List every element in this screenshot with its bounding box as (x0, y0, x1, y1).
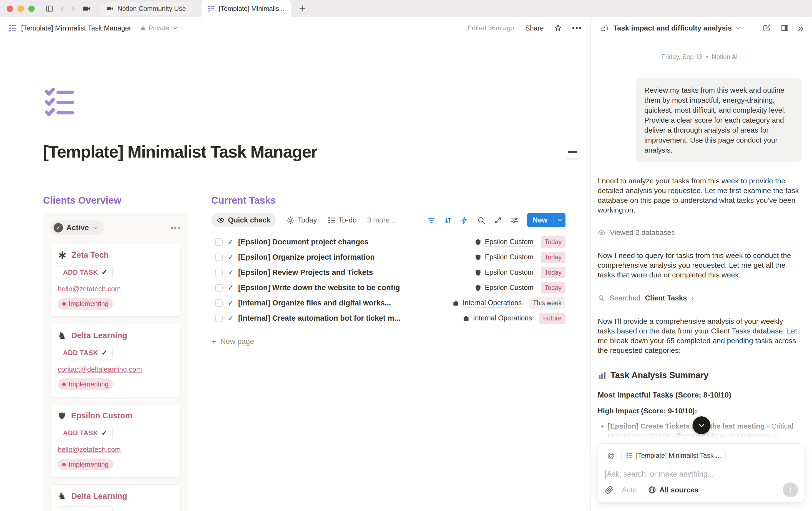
filter-icon[interactable] (427, 216, 436, 224)
close-window-button[interactable] (7, 5, 13, 12)
breadcrumb[interactable]: [Template] Minimalist Task Manager (21, 24, 131, 32)
task-title[interactable]: [Internal] Create automation bot for tic… (238, 314, 457, 323)
automation-bolt-icon[interactable] (461, 216, 469, 224)
client-name[interactable]: Delta Learning (71, 331, 127, 340)
client-card[interactable]: ♞ Delta Learning ADD TASK✓ contact@delta… (50, 324, 181, 397)
client-card[interactable]: ♞ Delta Learning ADD TASK✓ contact@delta… (50, 484, 181, 511)
task-client-link[interactable]: Internal Operations (463, 314, 532, 323)
check-icon: ✓ (228, 283, 234, 292)
view-settings-icon[interactable] (511, 216, 519, 224)
ai-chat-scroll[interactable]: Friday, Sep 12 • Notion AI Review my tas… (598, 39, 802, 442)
task-checkbox[interactable] (215, 299, 223, 307)
add-task-button[interactable]: ADD TASK✓ (58, 426, 113, 440)
toggle-panel-icon[interactable] (780, 24, 789, 32)
add-task-button[interactable]: ADD TASK✓ (58, 345, 113, 360)
tab-template-minimalist[interactable]: [Template] Minimalis... (202, 0, 291, 17)
due-tag[interactable]: Today (541, 236, 566, 248)
context-page-chip[interactable]: [Template] Minimalist Task ... (621, 449, 726, 462)
client-email-link[interactable]: hello@zetatech.com (58, 285, 173, 293)
expand-icon[interactable] (494, 216, 502, 224)
favorite-star-icon[interactable] (554, 24, 562, 32)
add-task-button[interactable]: ADD TASK✓ (58, 506, 113, 511)
client-name[interactable]: Epsilon Custom (71, 411, 133, 420)
divider-dash-faint (566, 158, 579, 159)
sort-icon[interactable] (444, 216, 452, 224)
task-title[interactable]: [Epsilon] Organize project information (238, 253, 469, 262)
ai-prompt-input[interactable]: Ask, search, or make anything... (605, 470, 797, 479)
status-badge[interactable]: Implementing (58, 298, 113, 309)
page-title[interactable]: [Template] Minimalist Task Manager (43, 142, 566, 161)
minimize-window-button[interactable] (18, 5, 24, 12)
searched-database-row[interactable]: Searched Client Tasks › (598, 293, 802, 303)
collapse-sidebar-icon[interactable]: » (798, 23, 804, 33)
view-tab-quick-check[interactable]: Quick check (211, 213, 276, 227)
ai-input-card[interactable]: @ [Template] Minimalist Task ... Ask, se… (598, 443, 804, 503)
task-checkbox[interactable] (215, 314, 223, 322)
client-card[interactable]: Epsilon Custom ADD TASK✓ hello@zetatech.… (50, 404, 181, 477)
toggle-sidebar-icon[interactable] (45, 4, 54, 13)
more-views-button[interactable]: 3 more... (367, 216, 396, 224)
add-task-button[interactable]: ADD TASK✓ (58, 265, 113, 279)
task-client-link[interactable]: Epsilon Custom (474, 283, 533, 292)
status-badge[interactable]: Implementing (58, 458, 113, 470)
attach-file-icon[interactable] (605, 485, 613, 494)
model-auto-selector[interactable]: Auto (622, 486, 637, 494)
client-card[interactable]: Zeta Tech ADD TASK✓ hello@zetatech.com I… (50, 244, 181, 317)
task-checkbox[interactable] (215, 238, 223, 246)
page-checklist-icon[interactable] (43, 85, 76, 118)
client-name[interactable]: Zeta Tech (71, 250, 109, 260)
new-chat-icon[interactable] (762, 24, 771, 32)
due-tag[interactable]: Today (541, 282, 566, 294)
due-tag[interactable]: Today (541, 267, 566, 278)
ai-thread-title[interactable]: Task impact and difficulty analysis (613, 24, 732, 32)
task-checkbox[interactable] (215, 253, 223, 261)
search-icon[interactable] (477, 216, 486, 224)
client-email-link[interactable]: contact@deltalearning.com (58, 365, 173, 373)
viewed-databases-row[interactable]: Viewed 2 databases (598, 228, 802, 237)
task-client-link[interactable]: Internal Operations (452, 299, 522, 308)
view-tab-today[interactable]: Today (287, 216, 317, 224)
new-task-button[interactable]: New (527, 213, 566, 227)
task-title[interactable]: [Epsilon] Write down the website to be c… (238, 283, 469, 292)
task-client-link[interactable]: Epsilon Custom (474, 253, 533, 262)
chat-date-line: Friday, Sep 12 • Notion AI (598, 53, 802, 61)
privacy-dropdown[interactable]: Private (140, 24, 178, 32)
mention-button[interactable]: @ (605, 449, 617, 462)
forward-icon[interactable]: › (71, 4, 75, 13)
notion-page-badge-icon[interactable]: N (772, 434, 779, 441)
task-row[interactable]: ✓ [Epsilon] Organize project information… (211, 250, 566, 265)
task-row[interactable]: ✓ [Epsilon] Document project changes Eps… (211, 234, 566, 250)
task-title[interactable]: [Epsilon] Review Projects and Tickets (238, 268, 469, 277)
all-sources-selector[interactable]: All sources (648, 486, 698, 494)
task-client-link[interactable]: Epsilon Custom (474, 268, 533, 277)
tab-notion-community[interactable]: Notion Community Use (100, 2, 192, 15)
client-email-link[interactable]: hello@zetatech.com (58, 446, 173, 454)
new-page-button[interactable]: + New page (211, 336, 566, 347)
status-badge[interactable]: Implementing (58, 379, 113, 390)
divider-dash[interactable] (568, 151, 577, 153)
task-row[interactable]: ✓ [Internal] Create automation bot for t… (211, 311, 566, 326)
view-tab-todo[interactable]: To-do (327, 216, 357, 224)
due-tag[interactable]: Future (540, 313, 566, 324)
group-more-icon[interactable]: ••• (171, 223, 181, 232)
task-client-link[interactable]: Epsilon Custom (474, 238, 533, 247)
task-checkbox[interactable] (215, 284, 223, 292)
screen-capture-icon[interactable] (82, 4, 91, 13)
due-tag[interactable]: Today (541, 251, 566, 263)
task-row[interactable]: ✓ [Internal] Organize files and digital … (211, 296, 566, 311)
back-icon[interactable]: ‹ (61, 4, 64, 13)
due-tag[interactable]: This week (529, 297, 566, 309)
task-title[interactable]: [Internal] Organize files and digital wo… (238, 299, 447, 307)
send-button[interactable]: ↑ (783, 482, 798, 498)
group-filter-active[interactable]: ✓ Active (50, 220, 105, 235)
share-button[interactable]: Share (525, 24, 544, 32)
task-title[interactable]: [Epsilon] Document project changes (238, 238, 469, 246)
client-name[interactable]: Delta Learning (71, 491, 127, 501)
more-options-icon[interactable]: ••• (572, 24, 582, 32)
new-tab-button[interactable]: + (299, 2, 306, 15)
zoom-window-button[interactable] (28, 5, 35, 12)
task-row[interactable]: ✓ [Epsilon] Review Projects and Tickets … (211, 265, 566, 280)
scroll-to-bottom-button[interactable] (693, 416, 710, 434)
task-row[interactable]: ✓ [Epsilon] Write down the website to be… (211, 280, 566, 296)
task-checkbox[interactable] (215, 269, 223, 276)
